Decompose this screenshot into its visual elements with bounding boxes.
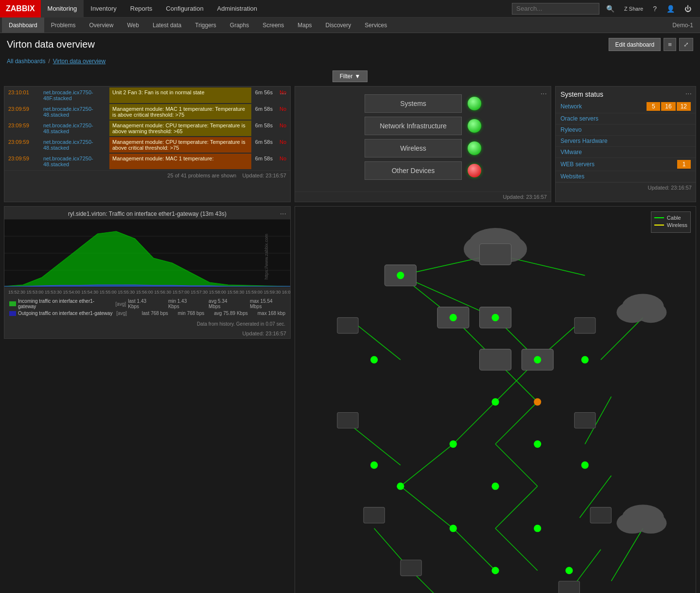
user-icon[interactable]: 👤: [664, 5, 678, 13]
svg-point-66: [370, 461, 378, 469]
outgoing-avg-tag: [avg]: [116, 311, 127, 316]
svg-point-57: [450, 440, 457, 448]
svg-point-67: [581, 461, 589, 469]
map-panel: ···: [295, 206, 696, 593]
systems-led: [468, 97, 481, 110]
svg-line-17: [495, 444, 538, 487]
systems-panel-menu[interactable]: ···: [541, 89, 547, 98]
graph1-legend: Incoming traffic on interface ether1-gat…: [4, 296, 290, 320]
cable-line-icon: [654, 217, 664, 218]
tab-discovery[interactable]: Discovery: [319, 17, 358, 33]
problem-ack: No: [277, 121, 289, 136]
tab-services[interactable]: Services: [358, 17, 394, 33]
page-title: Virton data overview: [7, 39, 95, 50]
nav-inventory[interactable]: Inventory: [84, 0, 123, 17]
svg-point-62: [534, 524, 541, 532]
svg-point-54: [491, 314, 499, 321]
status-ryleevo-link[interactable]: Ryleevo: [560, 126, 691, 133]
network-infrastructure-button[interactable]: Network Infrastructure: [365, 117, 462, 135]
svg-rect-75: [575, 317, 595, 333]
fullscreen-button[interactable]: ⤢: [679, 38, 693, 51]
problem-host[interactable]: net.brocade.icx7750-48F.stacked: [40, 87, 108, 103]
breadcrumb-all-dashboards[interactable]: All dashboards: [7, 58, 45, 65]
graph1-panel: ··· ryl.side1.virton: Traffic on interfa…: [4, 206, 291, 339]
problem-message: Unit 2 Fan 3: Fan is not in normal state: [109, 87, 251, 103]
search-input[interactable]: [512, 3, 599, 15]
filter-chevron-icon: ▼: [354, 73, 360, 80]
status-vmware-link[interactable]: VMware: [560, 149, 691, 156]
search-icon[interactable]: 🔍: [603, 5, 617, 13]
tab-web[interactable]: Web: [120, 17, 145, 33]
problems-updated: Updated: 23:16:57: [242, 173, 286, 178]
graph1-svg-area: https://www.zabbix.com: [4, 219, 290, 289]
table-row: 23:10:01 net.brocade.icx7750-48F.stacked…: [5, 87, 289, 103]
svg-point-65: [581, 356, 589, 363]
svg-point-69: [565, 567, 573, 574]
tab-latest-data[interactable]: Latest data: [146, 17, 188, 33]
graph1-legend-row1: Incoming traffic on interface ether1-gat…: [9, 298, 285, 309]
nav-monitoring[interactable]: Monitoring: [41, 0, 84, 17]
breadcrumb-current[interactable]: Virton data overview: [53, 58, 106, 65]
systems-button[interactable]: Systems: [365, 94, 462, 113]
svg-point-55: [534, 356, 541, 363]
other-devices-button[interactable]: Other Devices: [365, 161, 462, 180]
edit-dashboard-button[interactable]: Edit dashboard: [609, 38, 661, 51]
problem-host[interactable]: net.brocade.icx7250-48.stacked: [40, 137, 108, 153]
tab-triggers[interactable]: Triggers: [188, 17, 223, 33]
nav-reports[interactable]: Reports: [123, 0, 159, 17]
legend-cable: Cable: [654, 215, 687, 221]
svg-rect-51: [479, 349, 511, 370]
system-row-systems: Systems: [365, 94, 481, 113]
table-row: 23:09:59 net.brocade.icx7250-48.stacked …: [5, 154, 289, 169]
table-row: 23:09:59 net.brocade.icx7250-48.stacked …: [5, 104, 289, 120]
tab-screens[interactable]: Screens: [256, 17, 291, 33]
problem-host[interactable]: net.brocade.icx7250-48.stacked: [40, 121, 108, 136]
svg-rect-80: [401, 560, 421, 576]
svg-rect-47: [479, 244, 511, 265]
problem-host[interactable]: net.brocade.icx7250-48.stacked: [40, 104, 108, 120]
nav-configuration[interactable]: Configuration: [159, 0, 210, 17]
help-icon[interactable]: ?: [650, 5, 660, 13]
problem-time: 23:09:59: [5, 154, 39, 169]
status-badge: 16: [661, 102, 675, 111]
status-websites-link[interactable]: Websites: [560, 173, 691, 180]
tab-graphs[interactable]: Graphs: [223, 17, 256, 33]
graph1-outgoing-stats: last 768 bps min 768 bps avg 75.89 Kbps …: [142, 311, 285, 316]
table-row: 23:09:59 net.brocade.icx7250-48.stacked …: [5, 121, 289, 136]
breadcrumb: All dashboards / Virton data overview: [0, 56, 700, 69]
tab-overview[interactable]: Overview: [82, 17, 120, 33]
nav-administration[interactable]: Administration: [210, 0, 264, 17]
other-led: [468, 164, 481, 177]
main-content: ··· 23:10:01 net.brocade.icx7750-48F.sta…: [0, 86, 700, 206]
tab-dashboard[interactable]: Dashboard: [2, 17, 44, 33]
wireless-label: Wireless: [667, 222, 687, 228]
status-panel-title: System status: [556, 87, 696, 100]
user-label: Demo-1: [672, 22, 700, 29]
logo: ZABBIX: [0, 0, 41, 17]
status-network-link[interactable]: Network: [560, 103, 644, 110]
systems-panel: ··· Systems Network Infrastructure Wirel…: [295, 86, 551, 202]
tab-problems[interactable]: Problems: [44, 17, 83, 33]
filter-bar: Filter ▼: [0, 69, 700, 86]
status-panel-menu[interactable]: ···: [685, 89, 692, 98]
share-icon[interactable]: Z Share: [621, 6, 646, 12]
status-web-link[interactable]: WEB servers: [560, 161, 674, 168]
status-oracle-link[interactable]: Oracle servers: [560, 115, 691, 122]
graph1-menu[interactable]: ···: [280, 209, 286, 218]
list-view-button[interactable]: ≡: [664, 38, 676, 51]
filter-button[interactable]: Filter ▼: [332, 70, 368, 82]
status-badge: 1: [677, 160, 691, 169]
incoming-avg-tag: [avg]: [116, 301, 126, 307]
problems-panel-menu[interactable]: ···: [280, 89, 286, 98]
status-servers-link[interactable]: Servers Hardware: [560, 138, 691, 144]
status-network-badges: 5 16 12: [647, 102, 691, 111]
power-icon[interactable]: ⏻: [682, 5, 694, 13]
wireless-button[interactable]: Wireless: [365, 139, 462, 157]
problem-host[interactable]: net.brocade.icx7250-48.stacked: [40, 154, 108, 169]
problem-time: 23:09:59: [5, 137, 39, 153]
status-row-ryleevo: Ryleevo: [556, 124, 696, 136]
tab-maps[interactable]: Maps: [291, 17, 318, 33]
nav-right: 🔍 Z Share ? 👤 ⏻: [512, 3, 700, 15]
outgoing-legend-color: [9, 311, 16, 316]
system-row-network: Network Infrastructure: [365, 117, 481, 135]
